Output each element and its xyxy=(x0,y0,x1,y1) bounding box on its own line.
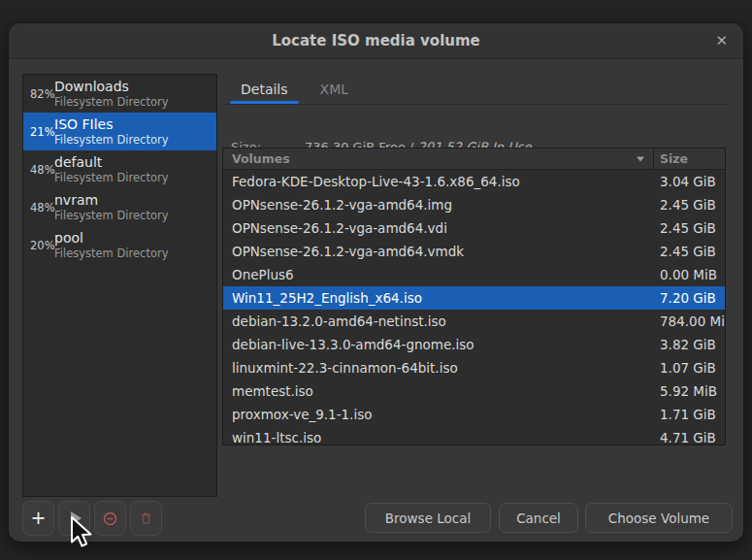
column-header-volumes[interactable]: Volumes xyxy=(223,148,654,169)
pool-usage-percent: 48% xyxy=(23,201,54,214)
pool-item-downloads[interactable]: 82%DownloadsFilesystem Directory xyxy=(23,75,216,113)
pool-name: default xyxy=(54,154,168,171)
volume-row[interactable]: proxmox-ve_9.1-1.iso1.71 GiB xyxy=(223,403,725,426)
volume-size: 4.71 GiB xyxy=(654,430,725,445)
pool-text: ISO FIlesFilesystem Directory xyxy=(54,116,168,147)
volume-name: debian-13.2.0-amd64-netinst.iso xyxy=(223,313,654,329)
pool-name: Downloads xyxy=(54,79,168,95)
pool-type: Filesystem Directory xyxy=(54,247,168,260)
pool-text: DownloadsFilesystem Directory xyxy=(54,79,168,109)
volume-name: proxmox-ve_9.1-1.iso xyxy=(223,407,654,422)
storage-pool-list: 82%DownloadsFilesystem Directory21%ISO F… xyxy=(22,74,217,497)
volume-size: 2.45 GiB xyxy=(654,197,725,213)
browse-local-label: Browse Local xyxy=(385,511,471,526)
column-header-size-label: Size xyxy=(660,151,688,166)
pool-text: defaultFilesystem Directory xyxy=(54,154,168,184)
volume-row[interactable]: OPNsense-26.1.2-vga-amd64.vdi2.45 GiB xyxy=(223,216,725,240)
volume-size: 3.82 GiB xyxy=(654,337,725,352)
column-header-size[interactable]: Size xyxy=(654,148,725,169)
stop-circle-icon xyxy=(102,511,118,527)
volume-name: debian-live-13.3.0-amd64-gnome.iso xyxy=(223,337,654,352)
locate-iso-dialog: Locate ISO media volume ✕ 82%DownloadsFi… xyxy=(8,22,744,543)
pool-text: nvramFilesystem Directory xyxy=(54,192,168,222)
volume-name: Fedora-KDE-Desktop-Live-43-1.6.x86_64.is… xyxy=(223,174,654,189)
volume-row[interactable]: debian-13.2.0-amd64-netinst.iso784.00 Mi… xyxy=(223,310,725,333)
volume-size: 1.07 GiB xyxy=(654,360,725,376)
volume-name: OPNsense-26.1.2-vga-amd64.img xyxy=(223,197,654,213)
sort-descending-icon xyxy=(637,156,644,161)
volume-row[interactable]: Win11_25H2_English_x64.iso7.20 GiB xyxy=(223,286,725,310)
pool-item-default[interactable]: 48%defaultFilesystem Directory xyxy=(23,150,216,188)
pool-name: ISO FIles xyxy=(54,116,168,133)
cancel-label: Cancel xyxy=(516,511,561,526)
pool-actions-toolbar: + xyxy=(22,501,162,536)
volumes-table-body: Fedora-KDE-Desktop-Live-43-1.6.x86_64.is… xyxy=(223,170,725,445)
tab-details-label: Details xyxy=(241,82,288,97)
volume-row[interactable]: memtest.iso5.92 MiB xyxy=(223,379,725,403)
pool-usage-percent: 82% xyxy=(23,87,54,101)
volume-row[interactable]: win11-ltsc.iso4.71 GiB xyxy=(223,426,725,445)
volume-size: 2.45 GiB xyxy=(654,244,725,259)
volumes-table-header: Volumes Size xyxy=(223,148,725,170)
dialog-title: Locate ISO media volume xyxy=(272,32,480,49)
volumes-table: Volumes Size Fedora-KDE-Desktop-Live-43-… xyxy=(222,148,726,445)
volume-row[interactable]: OPNsense-26.1.2-vga-amd64.vmdk2.45 GiB xyxy=(223,240,725,263)
pool-type: Filesystem Directory xyxy=(54,209,168,222)
pool-name: nvram xyxy=(54,192,168,209)
volume-row[interactable]: linuxmint-22.3-cinnamon-64bit.iso1.07 Gi… xyxy=(223,356,725,379)
volume-name: OnePlus6 xyxy=(223,267,654,282)
add-pool-button[interactable]: + xyxy=(22,501,54,536)
pool-item-iso-files[interactable]: 21%ISO FIlesFilesystem Directory xyxy=(23,113,216,150)
volume-row[interactable]: Fedora-KDE-Desktop-Live-43-1.6.x86_64.is… xyxy=(223,170,725,193)
dialog-titlebar: Locate ISO media volume ✕ xyxy=(9,23,743,59)
volume-size: 1.71 GiB xyxy=(654,407,725,422)
delete-pool-button[interactable] xyxy=(130,501,162,536)
choose-volume-button[interactable]: Choose Volume xyxy=(585,503,733,533)
details-tabbar: Details XML xyxy=(222,74,726,105)
cancel-button[interactable]: Cancel xyxy=(499,503,578,533)
start-pool-button[interactable] xyxy=(58,501,90,536)
volume-row[interactable]: debian-live-13.3.0-amd64-gnome.iso3.82 G… xyxy=(223,333,725,356)
volume-size: 3.04 GiB xyxy=(654,174,725,189)
pool-name: pool xyxy=(54,230,168,247)
volume-name: win11-ltsc.iso xyxy=(223,430,654,445)
trash-icon xyxy=(139,511,153,526)
pool-item-pool[interactable]: 20%poolFilesystem Directory xyxy=(23,226,216,264)
play-icon xyxy=(71,511,82,525)
plus-icon: + xyxy=(31,509,47,527)
choose-volume-label: Choose Volume xyxy=(608,511,709,526)
volume-name: linuxmint-22.3-cinnamon-64bit.iso xyxy=(223,360,654,376)
volume-name: OPNsense-26.1.2-vga-amd64.vmdk xyxy=(223,244,654,259)
tab-xml[interactable]: XML xyxy=(307,74,362,104)
active-tab-underline xyxy=(230,101,299,104)
tab-xml-label: XML xyxy=(320,82,348,97)
pool-type: Filesystem Directory xyxy=(54,171,168,184)
close-icon[interactable]: ✕ xyxy=(715,34,728,49)
pool-type: Filesystem Directory xyxy=(54,133,168,147)
volume-row[interactable]: OnePlus60.00 MiB xyxy=(223,263,725,286)
volume-size: 5.92 MiB xyxy=(654,383,725,399)
pool-text: poolFilesystem Directory xyxy=(54,230,168,260)
stop-pool-button[interactable] xyxy=(94,501,126,536)
volume-size: 0.00 MiB xyxy=(654,267,725,282)
column-header-volumes-label: Volumes xyxy=(232,151,290,166)
pool-usage-percent: 20% xyxy=(23,239,54,252)
volume-size: 7.20 GiB xyxy=(654,290,725,306)
browse-local-button[interactable]: Browse Local xyxy=(365,503,491,533)
volume-name: Win11_25H2_English_x64.iso xyxy=(223,290,654,306)
pool-usage-percent: 48% xyxy=(23,163,54,177)
pool-item-nvram[interactable]: 48%nvramFilesystem Directory xyxy=(23,188,216,226)
volume-row[interactable]: OPNsense-26.1.2-vga-amd64.img2.45 GiB xyxy=(223,193,725,216)
pool-type: Filesystem Directory xyxy=(54,95,168,109)
volume-name: OPNsense-26.1.2-vga-amd64.vdi xyxy=(223,220,654,236)
tab-details[interactable]: Details xyxy=(227,74,302,104)
pool-usage-percent: 21% xyxy=(23,125,54,139)
volume-size: 2.45 GiB xyxy=(654,220,725,236)
volume-name: memtest.iso xyxy=(223,383,654,399)
volume-size: 784.00 MiB xyxy=(654,313,725,329)
